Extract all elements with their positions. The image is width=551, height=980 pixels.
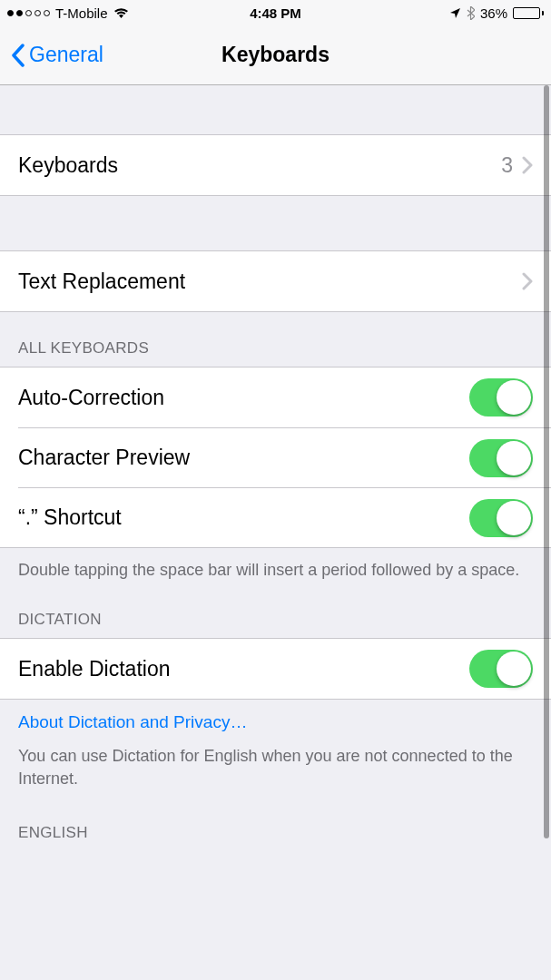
english-header: ENGLISH — [0, 808, 551, 851]
status-bar: T-Mobile 4:48 PM 36% — [0, 0, 551, 25]
back-label: General — [29, 43, 103, 67]
keyboards-count: 3 — [501, 153, 513, 178]
dictation-footer: You can use Dictation for English when y… — [0, 740, 551, 807]
status-right: 36% — [449, 5, 544, 21]
scrollbar-thumb[interactable] — [544, 85, 549, 838]
enable-dictation-toggle[interactable] — [469, 650, 533, 688]
dictation-header: DICTATION — [0, 598, 551, 638]
text-replacement-group: Text Replacement — [0, 250, 551, 312]
back-button[interactable]: General — [11, 43, 103, 67]
period-shortcut-row: “.” Shortcut — [18, 487, 551, 547]
wifi-icon — [113, 7, 129, 19]
period-shortcut-label: “.” Shortcut — [18, 505, 122, 530]
enable-dictation-label: Enable Dictation — [18, 657, 171, 681]
auto-correction-label: Auto-Correction — [18, 386, 164, 410]
chevron-left-icon — [11, 44, 25, 67]
carrier-label: T-Mobile — [55, 5, 108, 21]
dictation-group: Enable Dictation — [0, 638, 551, 700]
battery-percent-label: 36% — [480, 5, 507, 21]
text-replacement-label: Text Replacement — [18, 270, 185, 294]
status-left: T-Mobile — [7, 5, 129, 21]
status-time: 4:48 PM — [250, 5, 301, 21]
content-scroll[interactable]: Keyboards 3 Text Replacement ALL KEYBOAR… — [0, 85, 551, 980]
location-icon — [449, 7, 461, 19]
character-preview-row: Character Preview — [18, 427, 551, 487]
keyboards-label: Keyboards — [18, 153, 118, 178]
page-title: Keyboards — [221, 43, 330, 67]
enable-dictation-row: Enable Dictation — [0, 639, 551, 699]
keyboards-group: Keyboards 3 — [0, 134, 551, 196]
period-shortcut-toggle[interactable] — [469, 499, 533, 537]
period-shortcut-footer: Double tapping the space bar will insert… — [0, 548, 551, 598]
chevron-right-icon — [522, 156, 533, 174]
battery-icon — [513, 7, 544, 19]
chevron-right-icon — [522, 272, 533, 290]
all-keyboards-group: Auto-Correction Character Preview “.” Sh… — [0, 367, 551, 548]
character-preview-label: Character Preview — [18, 446, 190, 470]
nav-bar: General Keyboards — [0, 25, 551, 85]
text-replacement-row[interactable]: Text Replacement — [0, 251, 551, 311]
keyboards-row[interactable]: Keyboards 3 — [0, 135, 551, 195]
character-preview-toggle[interactable] — [469, 439, 533, 477]
signal-strength-icon — [7, 10, 50, 16]
bluetooth-icon — [467, 6, 475, 20]
auto-correction-row: Auto-Correction — [0, 368, 551, 427]
all-keyboards-header: ALL KEYBOARDS — [0, 312, 551, 367]
dictation-privacy-link[interactable]: About Dictation and Privacy… — [0, 700, 551, 740]
auto-correction-toggle[interactable] — [469, 378, 533, 416]
